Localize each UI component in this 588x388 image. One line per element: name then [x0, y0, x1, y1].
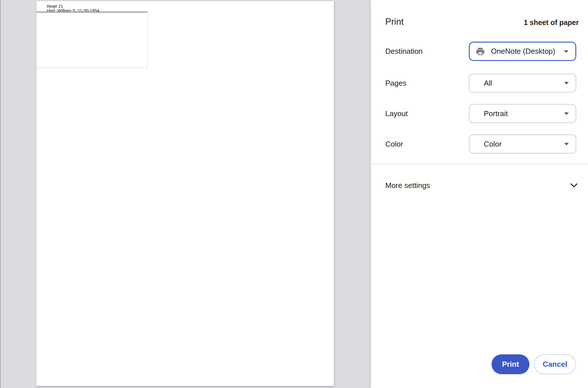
- more-settings-button[interactable]: More settings: [371, 176, 588, 195]
- printer-icon: [475, 47, 485, 56]
- caret-down-icon: [564, 143, 569, 145]
- pages-value: All: [484, 79, 492, 88]
- caret-down-icon: [564, 112, 569, 115]
- section-divider: [371, 164, 588, 164]
- more-settings-label: More settings: [385, 176, 430, 195]
- print-preview-page: Req# 21 Hart, William S. 11-30-1954: [36, 1, 334, 386]
- destination-label: Destination: [385, 47, 423, 56]
- pages-label: Pages: [385, 78, 407, 88]
- pages-select[interactable]: All: [469, 74, 576, 93]
- color-value: Color: [484, 140, 502, 149]
- chevron-down-icon: [570, 183, 578, 188]
- print-settings-panel: Print 1 sheet of paper Destination OneNo…: [371, 0, 588, 388]
- print-button[interactable]: Print: [492, 354, 529, 374]
- caret-down-icon: [564, 50, 568, 53]
- preview-pane-left-edge: [0, 0, 1, 388]
- sheet-count-label: 1 sheet of paper: [524, 18, 579, 27]
- document-header-line1: Req# 21: [47, 4, 99, 8]
- layout-value: Portrait: [484, 109, 508, 118]
- caret-down-icon: [564, 82, 569, 84]
- color-select[interactable]: Color: [469, 135, 576, 153]
- layout-select[interactable]: Portrait: [469, 104, 576, 123]
- destination-select[interactable]: OneNote (Desktop): [469, 42, 576, 61]
- layout-label: Layout: [385, 109, 408, 118]
- cancel-button[interactable]: Cancel: [534, 354, 576, 374]
- dialog-title: Print: [385, 16, 404, 28]
- destination-value: OneNote (Desktop): [491, 47, 555, 56]
- print-dialog: Req# 21 Hart, William S. 11-30-1954 Prin…: [0, 0, 588, 388]
- color-label: Color: [385, 139, 403, 149]
- print-preview-pane[interactable]: Req# 21 Hart, William S. 11-30-1954: [0, 0, 371, 388]
- document-content-box: [36, 11, 148, 68]
